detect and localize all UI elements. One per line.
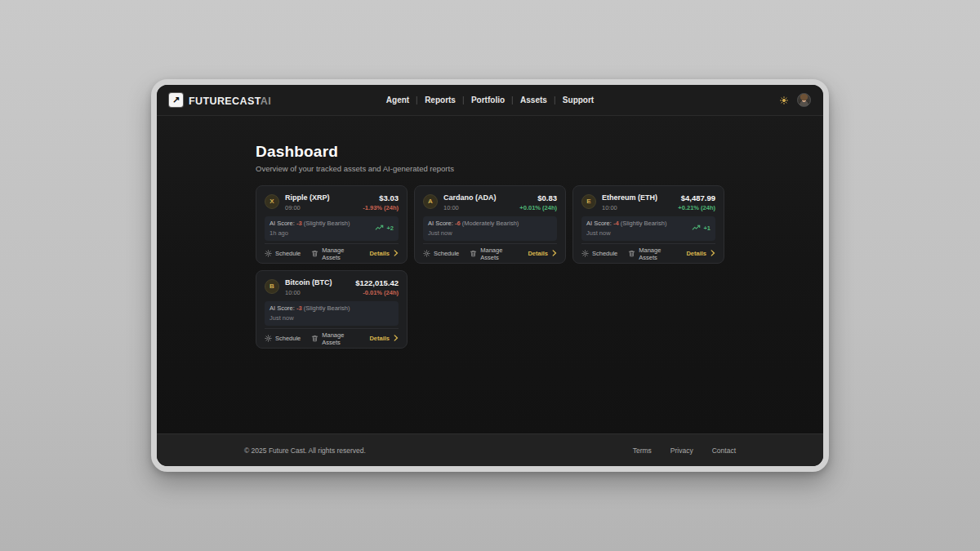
header-right [780,93,811,107]
app-window: ↗ FUTURECASTAI Agent Reports Portfolio A… [151,79,829,472]
manage-assets-button[interactable]: Manage Assets [311,331,359,346]
brand[interactable]: ↗ FUTURECASTAI [169,93,271,108]
coin-initial-badge: A [423,194,438,209]
ai-updated: 1h ago [270,229,350,237]
chevron-right-icon [552,250,557,258]
price-block: $4,487.99 +0.21% (24h) [678,193,715,211]
manage-assets-button[interactable]: Manage Assets [470,247,517,261]
app-header: ↗ FUTURECASTAI Agent Reports Portfolio A… [157,85,823,116]
ai-score-value: -3 [296,220,302,227]
coin-name: Cardano (ADA) [443,193,497,202]
details-label: Details [528,250,548,257]
card-header: A Cardano (ADA) 10:00 $0.83 +0.01% (24h) [423,193,557,211]
footer-link-privacy[interactable]: Privacy [670,447,693,455]
ai-sentiment: (Slightly Bearish) [621,220,667,227]
manage-assets-button[interactable]: Manage Assets [311,247,359,261]
coin-initial-badge: E [581,194,596,209]
nav-item-reports[interactable]: Reports [417,96,463,104]
details-button[interactable]: Details [369,335,399,343]
schedule-label: Schedule [275,335,301,342]
manage-assets-button[interactable]: Manage Assets [628,247,675,261]
asset-card[interactable]: A Cardano (ADA) 10:00 $0.83 +0.01% (24h)… [414,185,566,264]
trash-icon [628,250,635,257]
ai-updated: Just now [586,229,666,237]
ai-score-value: -4 [613,220,619,227]
ai-score-band: AI Score: -6 (Moderately Bearish) Just n… [423,216,557,241]
coin-name: Ripple (XRP) [285,193,330,202]
chevron-right-icon [394,250,399,258]
price-block: $0.83 +0.01% (24h) [519,193,557,211]
asset-card[interactable]: B Bitcoin (BTC) 10:00 $122,015.42 -0.01%… [256,270,408,349]
schedule-label: Schedule [275,250,301,257]
ai-updated: Just now [428,229,519,237]
ai-score-label: AI Score: [270,304,295,312]
coin-price: $4,487.99 [678,193,715,202]
asset-card[interactable]: X Ripple (XRP) 09:00 $3.03 -1.93% (24h) … [256,185,408,264]
user-avatar[interactable] [797,93,811,107]
page-subtitle: Overview of your tracked assets and AI-g… [256,164,724,173]
coin-name: Bitcoin (BTC) [285,278,332,287]
ai-score-block: AI Score: -3 (Slightly Bearish) Just now [270,304,350,322]
footer-links: Terms Privacy Contact [633,447,736,455]
main-nav: Agent Reports Portfolio Assets Support [379,96,601,104]
trash-icon [311,335,318,342]
ai-sentiment: (Slightly Bearish) [304,304,350,312]
details-button[interactable]: Details [686,250,715,258]
coin-info: Bitcoin (BTC) 10:00 [285,278,332,296]
schedule-button[interactable]: Schedule [581,250,617,257]
card-actions: Schedule Manage Assets Details [265,328,399,348]
schedule-button[interactable]: Schedule [423,250,459,257]
nav-item-agent[interactable]: Agent [379,96,416,104]
details-label: Details [686,250,706,257]
manage-assets-label: Manage Assets [639,247,675,261]
gear-icon [265,250,272,257]
ai-score-band: AI Score: -3 (Slightly Bearish) Just now [265,301,399,326]
schedule-button[interactable]: Schedule [265,250,301,257]
ai-score-label: AI Score: [270,220,295,227]
details-label: Details [369,335,390,342]
ai-sentiment: (Moderately Bearish) [462,220,519,227]
gear-icon [581,250,589,257]
gear-icon [265,335,272,342]
trend-delta-value: +1 [703,224,710,232]
coin-name: Ethereum (ETH) [602,193,657,202]
sun-icon[interactable] [780,96,788,104]
ai-score-label: AI Score: [586,220,612,227]
trend-delta: +1 [692,224,710,233]
nav-item-support[interactable]: Support [555,96,601,104]
asset-card[interactable]: E Ethereum (ETH) 10:00 $4,487.99 +0.21% … [572,185,724,264]
ai-score-block: AI Score: -4 (Slightly Bearish) Just now [586,220,666,237]
chevron-right-icon [394,335,399,343]
coin-info: Ripple (XRP) 09:00 [285,193,330,211]
schedule-label: Schedule [592,250,617,257]
coin-time: 10:00 [443,204,497,211]
cards-grid: X Ripple (XRP) 09:00 $3.03 -1.93% (24h) … [256,185,724,349]
card-header: X Ripple (XRP) 09:00 $3.03 -1.93% (24h) [265,193,399,211]
price-change: +0.01% (24h) [519,204,557,211]
card-actions: Schedule Manage Assets Details [423,243,557,263]
card-actions: Schedule Manage Assets Details [265,243,399,263]
nav-item-assets[interactable]: Assets [513,96,555,104]
manage-assets-label: Manage Assets [322,247,359,261]
schedule-button[interactable]: Schedule [265,335,301,342]
price-change: -1.93% (24h) [363,204,399,211]
coin-price: $0.83 [519,193,557,202]
footer-link-contact[interactable]: Contact [712,447,736,455]
ai-score-value: -3 [296,304,302,312]
nav-item-portfolio[interactable]: Portfolio [464,96,512,104]
schedule-label: Schedule [434,250,459,257]
footer-link-terms[interactable]: Terms [633,447,652,455]
brand-logo-icon: ↗ [169,93,183,107]
main-content: Dashboard Overview of your tracked asset… [157,116,823,433]
ai-sentiment: (Slightly Bearish) [304,220,350,227]
coin-info: Ethereum (ETH) 10:00 [602,193,657,211]
trending-up-icon [375,224,384,233]
app-footer: © 2025 Future Cast. All rights reserved.… [157,433,823,466]
price-block: $3.03 -1.93% (24h) [363,193,399,211]
ai-score-label: AI Score: [428,220,453,227]
ai-score-band: AI Score: -4 (Slightly Bearish) Just now… [581,216,715,241]
coin-initial-badge: B [265,279,279,294]
coin-price: $122,015.42 [355,278,399,287]
details-button[interactable]: Details [369,250,399,258]
details-button[interactable]: Details [528,250,557,258]
